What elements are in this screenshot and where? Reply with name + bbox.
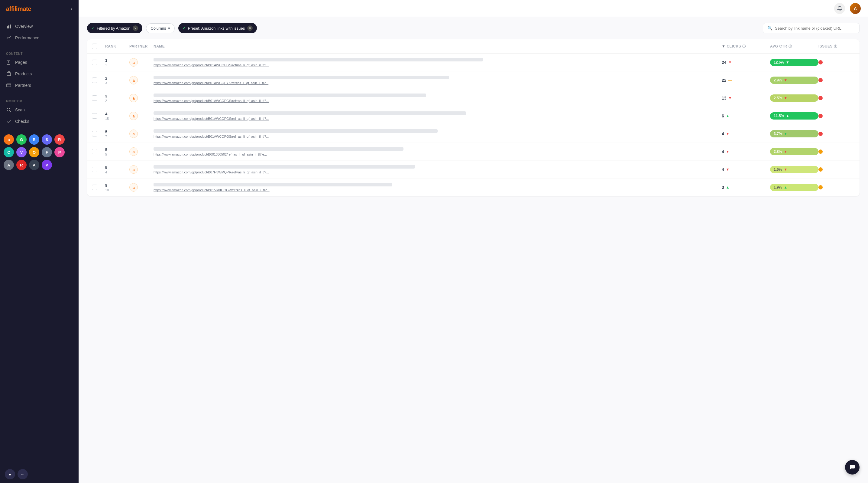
partner-badge-6: a bbox=[129, 147, 138, 156]
footer-circle-1[interactable]: ● bbox=[5, 469, 15, 479]
main-content: A ✓ Filtered by Amazon ✕ Columns ▾ ✓ Pre… bbox=[79, 0, 868, 483]
ctr-trend-6: ▼ bbox=[784, 149, 787, 154]
url-link-3[interactable]: https://www.amazon.com/gp/product/B01AWC… bbox=[154, 99, 722, 103]
partner-circle-amazon[interactable]: a bbox=[4, 134, 14, 145]
name-blurred-2 bbox=[154, 76, 449, 79]
url-link-4[interactable]: https://www.amazon.com/gp/product/B01AWC… bbox=[154, 117, 722, 120]
topbar: A bbox=[79, 0, 868, 17]
table-row: 5 5 a https://www.amazon.com/gp/product/… bbox=[87, 143, 860, 161]
user-avatar[interactable]: A bbox=[850, 3, 861, 14]
search-input[interactable] bbox=[775, 26, 855, 31]
content-section-label: CONTENT bbox=[0, 49, 79, 57]
partner-badge-7: a bbox=[129, 165, 138, 174]
row-checkbox-2[interactable] bbox=[92, 78, 105, 83]
url-link-7[interactable]: https://www.amazon.com/gp/product/B07H3W… bbox=[154, 170, 722, 174]
filter-amazon-close[interactable]: ✕ bbox=[133, 25, 138, 31]
row-checkbox-1[interactable] bbox=[92, 60, 105, 65]
svg-line-10 bbox=[10, 111, 11, 112]
ctr-trend-7: ▼ bbox=[784, 167, 787, 172]
name-blurred-4 bbox=[154, 111, 466, 115]
clicks-trend-up-8: ▲ bbox=[726, 185, 730, 190]
sidebar-item-performance[interactable]: Performance bbox=[0, 32, 79, 44]
columns-button[interactable]: Columns ▾ bbox=[146, 23, 175, 33]
partner-circle-s[interactable]: S bbox=[42, 134, 52, 145]
sidebar-item-label-partners: Partners bbox=[15, 83, 31, 88]
filter-preset-close[interactable]: ✕ bbox=[247, 25, 253, 31]
partner-cell-3: a bbox=[129, 94, 154, 102]
partner-circle-c[interactable]: C bbox=[4, 147, 14, 158]
url-link-6[interactable]: https://www.amazon.com/gp/product/B0013J… bbox=[154, 152, 722, 156]
table-row: 3 2 a https://www.amazon.com/gp/product/… bbox=[87, 89, 860, 107]
ctr-badge-1: 12.6% ▼ bbox=[770, 59, 818, 66]
url-link-2[interactable]: https://www.amazon.com/gp/product/B01AWC… bbox=[154, 81, 722, 85]
sidebar-item-overview[interactable]: Overview bbox=[0, 21, 79, 32]
row-checkbox-3[interactable] bbox=[92, 95, 105, 101]
performance-icon bbox=[6, 35, 11, 40]
rank-cell-7: 5 4 bbox=[105, 165, 129, 174]
partner-circle-r2[interactable]: R bbox=[16, 160, 27, 170]
search-box[interactable]: 🔍 bbox=[763, 23, 860, 33]
partner-circle-a2[interactable]: A bbox=[4, 160, 14, 170]
chat-button[interactable] bbox=[845, 460, 860, 475]
footer-more-button[interactable]: ··· bbox=[18, 469, 28, 479]
clicks-trend-down-3: ▼ bbox=[728, 96, 732, 100]
partner-cell-2: a bbox=[129, 76, 154, 84]
collapse-button[interactable]: ‹ bbox=[71, 6, 72, 12]
monitor-section-label: MONITOR bbox=[0, 96, 79, 104]
overview-icon bbox=[6, 24, 11, 29]
clicks-trend-down-1: ▼ bbox=[728, 60, 732, 64]
partner-badge-8: a bbox=[129, 183, 138, 192]
partner-circle-p[interactable]: P bbox=[54, 147, 65, 158]
partner-circle-r[interactable]: R bbox=[54, 134, 65, 145]
avg-ctr-column-header[interactable]: Avg CTR ⓘ bbox=[770, 44, 818, 49]
sidebar-item-pages[interactable]: Pages bbox=[0, 57, 79, 68]
partner-circle-o[interactable]: O bbox=[29, 147, 39, 158]
row-checkbox-4[interactable] bbox=[92, 113, 105, 119]
logo: affilimate bbox=[6, 5, 31, 12]
notification-bell[interactable] bbox=[834, 3, 845, 14]
issues-column-header[interactable]: Issues ⓘ bbox=[818, 44, 855, 49]
issues-cell-1 bbox=[818, 60, 855, 64]
row-checkbox-5[interactable] bbox=[92, 131, 105, 137]
partner-circle-v2[interactable]: V bbox=[42, 160, 52, 170]
partner-cell-1: a bbox=[129, 58, 154, 66]
url-link-1[interactable]: https://www.amazon.com/gp/product/B01AWC… bbox=[154, 63, 722, 67]
sidebar-item-scan[interactable]: Scan bbox=[0, 104, 79, 116]
rank-cell-1: 1 1 bbox=[105, 58, 129, 67]
partner-circle-b[interactable]: B bbox=[29, 134, 39, 145]
row-checkbox-6[interactable] bbox=[92, 149, 105, 154]
partner-badge-4: a bbox=[129, 112, 138, 120]
filter-amazon-tag[interactable]: ✓ Filtered by Amazon ✕ bbox=[87, 23, 142, 33]
partner-circle-a3[interactable]: A bbox=[29, 160, 39, 170]
partner-circle-f[interactable]: F bbox=[42, 147, 52, 158]
clicks-column-header[interactable]: ▼ Clicks ⓘ bbox=[722, 44, 770, 49]
filter-preset-tag[interactable]: ✓ Preset: Amazon links with issues ✕ bbox=[178, 23, 257, 33]
nav-section-monitor: MONITOR Scan Checks bbox=[0, 93, 79, 130]
url-link-5[interactable]: https://www.amazon.com/gp/product/B01AWC… bbox=[154, 135, 722, 138]
row-checkbox-7[interactable] bbox=[92, 167, 105, 172]
sidebar-item-products[interactable]: Products bbox=[0, 68, 79, 80]
filter-icon: ▼ bbox=[722, 44, 725, 49]
ctr-badge-4: 11.5% ▲ bbox=[770, 112, 818, 119]
partner-circle-g[interactable]: G bbox=[16, 134, 27, 145]
ctr-trend-2: ▼ bbox=[784, 78, 787, 82]
ctr-trend-3: ▼ bbox=[784, 96, 787, 100]
partner-badge-5: a bbox=[129, 130, 138, 138]
clicks-cell-3: 13 ▼ bbox=[722, 96, 770, 101]
rank-cell-4: 4 15 bbox=[105, 112, 129, 120]
sidebar-item-checks[interactable]: Checks bbox=[0, 116, 79, 127]
url-link-8[interactable]: https://www.amazon.com/gp/product/B015R0… bbox=[154, 188, 722, 192]
partner-column-header: Partner bbox=[129, 44, 154, 49]
clicks-cell-1: 24 ▼ bbox=[722, 60, 770, 65]
select-all-checkbox[interactable] bbox=[92, 44, 105, 49]
links-table: Rank Partner Name ▼ Clicks ⓘ Avg CTR ⓘ bbox=[87, 39, 860, 196]
clicks-cell-4: 6 ▲ bbox=[722, 113, 770, 118]
sidebar: affilimate ‹ Overview Performance CONTEN… bbox=[0, 0, 79, 483]
sidebar-item-partners[interactable]: Partners bbox=[0, 80, 79, 91]
partner-circle-v[interactable]: V bbox=[16, 147, 27, 158]
rank-cell-6: 5 5 bbox=[105, 147, 129, 156]
sidebar-item-label-performance: Performance bbox=[15, 35, 39, 40]
row-checkbox-8[interactable] bbox=[92, 184, 105, 190]
ctr-badge-6: 2.8% ▼ bbox=[770, 148, 818, 155]
rank-cell-2: 2 3 bbox=[105, 76, 129, 85]
